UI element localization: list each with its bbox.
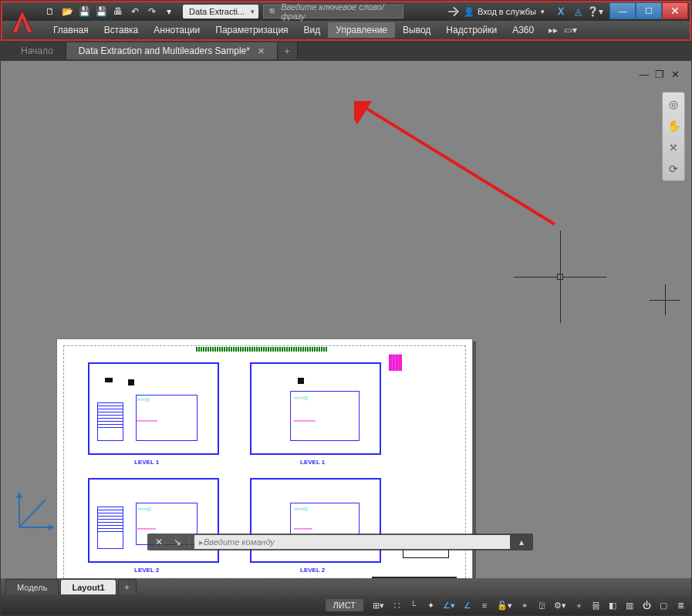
doc-restore-icon[interactable]: ❐: [654, 69, 665, 79]
tab-insert[interactable]: Вставка: [96, 22, 147, 38]
app-logo-button[interactable]: [2, 2, 42, 42]
crosshair-marker: [650, 284, 680, 315]
close-button[interactable]: ✕: [662, 2, 688, 19]
quick-properties-icon[interactable]: ◧: [605, 597, 620, 613]
model-tab[interactable]: Модель: [5, 579, 59, 594]
infocenter-search[interactable]: Введите ключевое слово/фразу: [263, 5, 403, 19]
search-submit-icon[interactable]: [447, 5, 461, 19]
callout-text: ████████████: [389, 355, 402, 371]
cmdline-expand-icon[interactable]: ▴: [515, 535, 528, 549]
level-label: LEVEL 2: [134, 567, 159, 574]
command-input[interactable]: Введите команду: [194, 535, 510, 549]
document-title-dropdown[interactable]: Data Extracti...: [183, 5, 258, 19]
a360-icon[interactable]: ◬: [571, 5, 585, 19]
tab-addins[interactable]: Надстройки: [438, 22, 505, 38]
customize-status-icon[interactable]: ≣: [673, 597, 688, 613]
orbit-icon[interactable]: ⟳: [665, 160, 682, 177]
cmdline-recent-icon[interactable]: ↘: [170, 535, 184, 549]
model-paper-toggle[interactable]: ЛИСТ: [326, 599, 363, 611]
polar-toggle-icon[interactable]: ✦: [423, 597, 438, 613]
pan-icon[interactable]: ✋: [665, 117, 682, 134]
close-tab-icon[interactable]: ✕: [258, 46, 265, 56]
osnap-toggle-icon[interactable]: ∠▾: [440, 597, 458, 613]
add-layout-tab[interactable]: ＋: [118, 579, 137, 594]
clean-screen-icon[interactable]: ▢: [656, 597, 671, 613]
new-file-icon[interactable]: 🗋: [42, 5, 58, 19]
signin-label: Вход в службы: [478, 7, 536, 16]
crosshair-cursor: [514, 231, 606, 323]
layout1-tab[interactable]: Layout1: [60, 579, 116, 594]
tab-manage[interactable]: Управление: [328, 22, 395, 38]
viewport-floorplan: ▭▭▯▯ ━━━━━━━: [88, 362, 219, 455]
ucs-icon: [15, 489, 58, 532]
title-bar: 🗋 📂 💾 💾 🖶 ↶ ↷ ▾ Data Extracti... Введите…: [1, 1, 691, 21]
titleblock-text: [372, 575, 457, 578]
lineweight-toggle-icon[interactable]: ≡: [477, 597, 492, 613]
ribbon-tabs: Главная Вставка Аннотации Параметризация…: [1, 21, 691, 41]
units-icon[interactable]: 믐: [588, 597, 603, 613]
tab-view[interactable]: Вид: [296, 22, 329, 38]
level-label: LEVEL 1: [300, 459, 325, 466]
anno-autoscale-icon[interactable]: ⍰: [534, 597, 549, 613]
document-tab[interactable]: Data Extraction and Multileaders Sample*…: [66, 42, 278, 59]
svg-line-0: [362, 106, 555, 224]
save-icon[interactable]: 💾: [76, 5, 92, 19]
ribbon-minimize-icon[interactable]: ▭▾: [563, 23, 577, 37]
file-tabs: Начало Data Extraction and Multileaders …: [1, 41, 691, 61]
anno-visibility-icon[interactable]: ⌖: [517, 597, 532, 613]
ribbon-cycle-icon[interactable]: ▸▸: [546, 23, 560, 37]
tab-home[interactable]: Главная: [46, 22, 96, 38]
command-line: ✕ ↘ Введите команду ▴: [147, 534, 533, 550]
quick-access-toolbar: 🗋 📂 💾 💾 🖶 ↶ ↷ ▾: [42, 5, 177, 19]
status-bar: ЛИСТ ⊞▾ ⸬ └ ✦ ∠▾ ∠ ≡ 🔓▾ ⌖ ⍰ ⚙▾ ＋ 믐 ◧ ▥ ⏻…: [1, 595, 691, 615]
start-tab[interactable]: Начало: [8, 42, 66, 59]
exchange-apps-icon[interactable]: Ⅹ: [554, 5, 568, 19]
help-icon[interactable]: ❔▾: [588, 5, 602, 19]
new-tab-button[interactable]: ＋: [278, 42, 298, 59]
doc-close-icon[interactable]: ✕: [670, 69, 680, 79]
tab-annotate[interactable]: Аннотации: [146, 22, 208, 38]
cmdline-customize-icon[interactable]: ✕: [152, 535, 166, 549]
isolate-objects-icon[interactable]: ▥: [622, 597, 637, 613]
grid-toggle-icon[interactable]: ⊞▾: [370, 597, 387, 613]
snap-toggle-icon[interactable]: ⸬: [389, 597, 404, 613]
tab-output[interactable]: Вывод: [395, 22, 438, 38]
redo-icon[interactable]: ↷: [144, 5, 160, 19]
zoom-extents-icon[interactable]: ⤧: [665, 139, 682, 156]
tab-a360[interactable]: A360: [505, 22, 542, 38]
open-file-icon[interactable]: 📂: [59, 5, 75, 19]
document-tab-label: Data Extraction and Multileaders Sample*: [79, 45, 250, 56]
window-controls: — ☐ ✕: [609, 4, 688, 19]
undo-icon[interactable]: ↶: [127, 5, 143, 19]
steering-wheel-icon[interactable]: ◎: [665, 96, 682, 113]
qat-more-icon[interactable]: ▾: [161, 5, 177, 19]
drawing-area[interactable]: — ❐ ✕ ◎ ✋ ⤧ ⟳ ▭▭▯▯ ━━━━━━━: [1, 61, 691, 578]
viewport-floorplan: ▭▭▯▯ ━━━━━━━: [250, 362, 381, 455]
navigation-bar: ◎ ✋ ⤧ ⟳: [662, 92, 685, 181]
person-icon: 👤: [464, 7, 474, 17]
annotation-monitor-icon[interactable]: ＋: [571, 597, 586, 613]
app-window: 🗋 📂 💾 💾 🖶 ↶ ↷ ▾ Data Extracti... Введите…: [0, 0, 692, 616]
maximize-button[interactable]: ☐: [636, 2, 662, 19]
doc-minimize-icon[interactable]: —: [639, 69, 650, 79]
workspace-icon[interactable]: ⚙▾: [551, 597, 569, 613]
document-window-controls: — ❐ ✕: [639, 69, 680, 79]
plot-icon[interactable]: 🖶: [110, 5, 126, 19]
minimize-button[interactable]: —: [609, 2, 636, 19]
level-label: LEVEL 1: [134, 459, 159, 466]
signin-button[interactable]: 👤 Вход в службы: [464, 7, 551, 17]
tab-parametric[interactable]: Параметризация: [208, 22, 295, 38]
annotation-arrow: [354, 101, 570, 232]
anno-scale-icon[interactable]: 🔓▾: [494, 597, 515, 613]
layout-tab-bar: Модель Layout1 ＋: [1, 578, 691, 595]
hardware-accel-icon[interactable]: ⏻: [639, 597, 654, 613]
landscape-strip: [196, 347, 327, 352]
ortho-toggle-icon[interactable]: └: [406, 597, 421, 613]
level-label: LEVEL 2: [300, 567, 325, 574]
saveas-icon[interactable]: 💾: [93, 5, 109, 19]
otrack-toggle-icon[interactable]: ∠: [460, 597, 475, 613]
